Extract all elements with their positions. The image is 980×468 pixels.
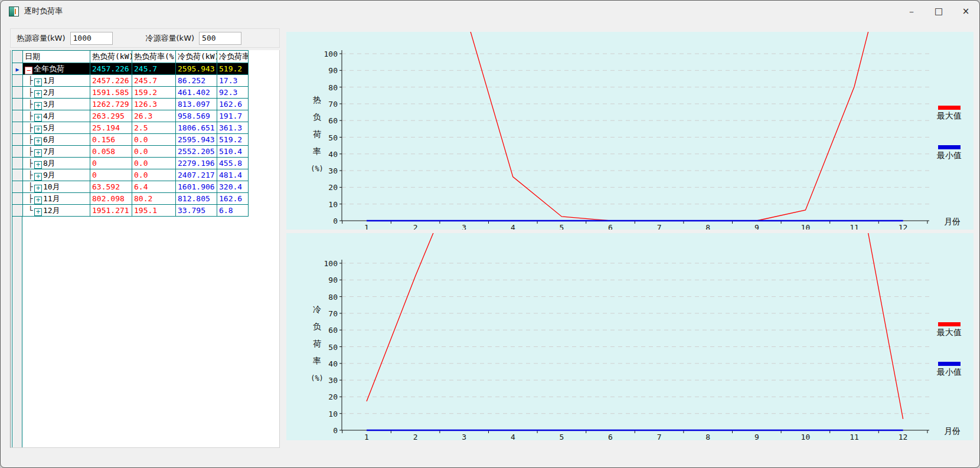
maximize-button[interactable]: □: [925, 1, 952, 22]
close-button[interactable]: ×: [952, 1, 979, 22]
cold-load-cell: 2595.943: [176, 63, 217, 75]
tree-branch: ├: [28, 100, 34, 109]
heat-load-cell: 0: [90, 169, 132, 181]
tree-expand-icon[interactable]: +: [34, 102, 42, 110]
minimize-button[interactable]: –: [898, 1, 925, 22]
svg-text:5: 5: [559, 433, 564, 440]
svg-text:7: 7: [657, 433, 662, 440]
tree-expand-icon[interactable]: +: [34, 138, 42, 145]
column-header[interactable]: 日期: [23, 51, 90, 63]
date-cell: ├+11月: [23, 193, 90, 205]
tree-expand-icon[interactable]: +: [34, 90, 42, 98]
table-row[interactable]: ├+7月0.0580.02552.205510.4: [12, 146, 249, 158]
cold-rate-cell: 162.6: [217, 99, 249, 110]
max-value-line: [367, 32, 903, 221]
row-indicator-cell: [12, 110, 23, 122]
y-axis-title: 率: [313, 356, 321, 365]
cold-rate-cell: 6.8: [217, 205, 249, 217]
tree-expand-icon[interactable]: +: [34, 197, 42, 204]
heat-load-cell: 0.156: [90, 134, 132, 146]
x-axis-title: 月份: [944, 426, 961, 436]
table-row[interactable]: ├+11月802.09880.2812.805162.6: [12, 193, 249, 205]
tree-expand-icon[interactable]: +: [34, 126, 42, 133]
tree-branch: ├: [28, 194, 34, 203]
titlebar: 逐时负荷率 – □ ×: [1, 1, 979, 22]
row-indicator-cell: [12, 87, 23, 99]
table-row[interactable]: ├+9月00.02407.217481.4: [12, 169, 249, 181]
column-header[interactable]: 冷负荷率(%): [217, 51, 249, 63]
svg-text:90: 90: [328, 276, 338, 284]
tree-expand-icon[interactable]: +: [34, 78, 42, 86]
svg-text:80: 80: [328, 83, 338, 92]
svg-text:40: 40: [328, 150, 338, 159]
y-axis-title: 率: [313, 146, 321, 156]
tree-expand-icon[interactable]: +: [34, 161, 42, 169]
table-row[interactable]: ├+5月25.1942.51806.651361.3: [12, 122, 249, 134]
tree-expand-icon[interactable]: +: [34, 185, 42, 192]
x-axis-title: 月份: [944, 217, 961, 226]
y-axis-title: 负: [313, 322, 321, 331]
table-row[interactable]: ├+1月2457.226245.786.25217.3: [12, 75, 249, 87]
heat-load-cell: 63.592: [90, 181, 132, 193]
table-row[interactable]: ├+8月00.02279.196455.8: [12, 158, 249, 169]
column-header[interactable]: 热负荷率(%): [132, 51, 176, 63]
heat-load-cell: 802.098: [90, 193, 132, 205]
date-cell: ├+7月: [23, 146, 90, 158]
heat-load-rate-chart: 0102030405060708090100123456789101112月份热…: [286, 32, 974, 230]
heat-capacity-input[interactable]: [70, 32, 113, 45]
tree-expand-icon[interactable]: +: [34, 149, 42, 157]
table-row[interactable]: ├+6月0.1560.02595.943519.2: [12, 134, 249, 146]
tree-collapse-icon[interactable]: −: [25, 67, 32, 74]
load-table-panel: 日期热负荷(kW)热负荷率(%)冷负荷(kW)冷负荷率(%)▶−全年负荷2457…: [10, 50, 280, 448]
row-indicator-cell: [12, 99, 23, 110]
heat-rate-cell: 195.1: [132, 205, 176, 217]
column-header[interactable]: 热负荷(kW): [90, 51, 132, 63]
tree-expand-icon[interactable]: +: [34, 173, 42, 181]
table-row[interactable]: ├+4月263.29526.3958.569191.7: [12, 110, 249, 122]
heat-load-cell: 0: [90, 158, 132, 169]
cold-load-cell: 1601.906: [176, 181, 217, 193]
svg-text:100: 100: [324, 50, 338, 58]
heat-rate-cell: 0.0: [132, 134, 176, 146]
table-row[interactable]: ├+10月63.5926.41601.906320.4: [12, 181, 249, 193]
table-row[interactable]: └+12月1951.271195.133.7956.8: [12, 205, 249, 217]
row-indicator-cell: [12, 205, 23, 217]
tree-expand-icon[interactable]: +: [34, 114, 42, 122]
tree-expand-icon[interactable]: +: [34, 208, 42, 216]
cold-load-cell: 2595.943: [176, 134, 217, 146]
heat-rate-cell: 245.7: [132, 75, 176, 87]
svg-text:60: 60: [328, 116, 338, 125]
app-window: 逐时负荷率 – □ × 热源容量(kW) 冷源容量(kW) 日期热负荷(kW)热…: [0, 0, 980, 468]
cold-load-cell: 2552.205: [176, 146, 217, 158]
y-axis-title: (%): [311, 374, 324, 382]
heat-load-cell: 263.295: [90, 110, 132, 122]
date-cell: └+12月: [23, 205, 90, 217]
heat-rate-cell: 26.3: [132, 110, 176, 122]
column-header[interactable]: 冷负荷(kW): [176, 51, 217, 63]
column-header[interactable]: [12, 51, 23, 63]
cool-capacity-input[interactable]: [199, 32, 241, 45]
cold-rate-cell: 455.8: [217, 158, 249, 169]
chart-legend: 最大值最小值: [936, 322, 962, 377]
app-icon: [9, 6, 19, 17]
svg-text:30: 30: [328, 376, 338, 385]
svg-text:30: 30: [328, 166, 338, 175]
heat-rate-cell: 0.0: [132, 146, 176, 158]
chart-axis-labels: 0102030405060708090100123456789101112: [324, 50, 908, 230]
table-row[interactable]: ▶−全年负荷2457.226245.72595.943519.2: [12, 63, 249, 75]
cold-rate-cell: 510.4: [217, 146, 249, 158]
heat-rate-cell: 0.0: [132, 158, 176, 169]
cold-load-cell: 2279.196: [176, 158, 217, 169]
svg-text:12: 12: [899, 433, 908, 440]
heat-rate-cell: 126.3: [132, 99, 176, 110]
heat-rate-cell: 6.4: [132, 181, 176, 193]
heat-rate-cell: 80.2: [132, 193, 176, 205]
y-axis-title: 荷: [313, 129, 321, 139]
svg-text:10: 10: [328, 410, 338, 418]
legend-label: 最小值: [936, 367, 962, 377]
tree-branch: ├: [28, 159, 34, 168]
table-row[interactable]: ├+2月1591.585159.2461.40292.3: [12, 87, 249, 99]
row-indicator-cell: [12, 193, 23, 205]
table-row[interactable]: ├+3月1262.729126.3813.097162.6: [12, 99, 249, 110]
date-cell: ├+2月: [23, 87, 90, 99]
